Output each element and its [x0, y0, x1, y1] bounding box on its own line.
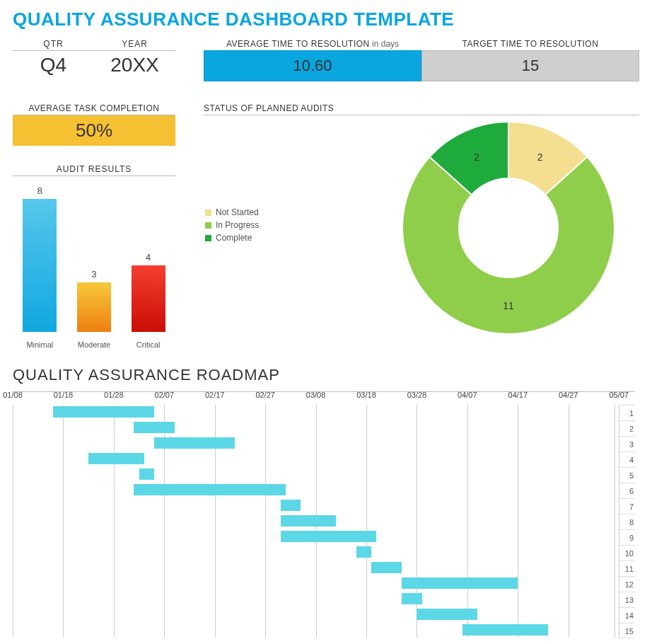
gantt-bar: [134, 422, 174, 433]
legend-not-started: Not Started: [205, 207, 259, 217]
avg-resolution-label: AVERAGE TIME TO RESOLUTION: [226, 39, 370, 49]
left-column: AVERAGE TASK COMPLETION 50% AUDIT RESULT…: [13, 102, 175, 349]
roadmap-title: QUALITY ASSURANCE ROADMAP: [13, 366, 639, 384]
gantt-ylabel: 2: [618, 420, 635, 436]
bar-value-minimal: 8: [37, 185, 42, 196]
status-planned-audits-label: STATUS OF PLANNED AUDITS: [204, 102, 639, 115]
gantt-row: [13, 483, 614, 498]
gantt-chart: 01/0801/1801/2802/0702/1702/2703/0803/18…: [13, 391, 635, 638]
legend-label-in-progress: In Progress: [216, 220, 259, 230]
gantt-ylabel: 13: [618, 592, 635, 607]
gantt-xlabel: 02/17: [205, 391, 225, 399]
donut-chart-wrap: Not Started In Progress Complete 2112: [204, 115, 639, 342]
donut-value-not-started: 2: [537, 151, 543, 163]
right-column: STATUS OF PLANNED AUDITS Not Started In …: [204, 102, 639, 349]
gantt-bar: [281, 500, 301, 511]
gantt-ylabel: 6: [618, 483, 635, 498]
bar-rect-minimal: [23, 199, 57, 332]
gantt-row: [13, 452, 614, 467]
year-value: 20XX: [94, 51, 175, 85]
bar-moderate: 3: [74, 269, 114, 333]
gantt-ylabel: 3: [618, 436, 635, 452]
legend-label-not-started: Not Started: [216, 207, 259, 217]
gantt-bar: [53, 406, 154, 418]
page-title: QUALITY ASSURANCE DASHBOARD TEMPLATE: [13, 8, 639, 30]
avg-resolution-header: AVERAGE TIME TO RESOLUTION in days: [204, 38, 421, 50]
legend-swatch-not-started: [205, 209, 211, 216]
qtr-year-block: QTR YEAR Q4 20XX: [13, 38, 175, 85]
gantt-ylabel: 9: [618, 529, 635, 545]
legend-swatch-in-progress: [205, 222, 211, 229]
gantt-ylabel: 10: [618, 545, 635, 560]
resolution-metrics: AVERAGE TIME TO RESOLUTION in days TARGE…: [204, 38, 639, 85]
bar-rect-critical: [132, 265, 165, 332]
donut-chart: 2112: [399, 118, 618, 338]
audit-results-chart: 834 MinimalModerateCritical: [13, 186, 175, 349]
gantt-bar: [371, 562, 402, 573]
gantt-bar: [356, 546, 371, 558]
avg-task-completion-label: AVERAGE TASK COMPLETION: [13, 102, 175, 115]
gantt-ylabel: 15: [618, 623, 635, 638]
legend-complete: Complete: [205, 233, 259, 243]
gantt-row: [13, 420, 614, 436]
bar-minimal: 8: [20, 185, 59, 332]
gantt-bar: [281, 531, 377, 542]
year-header: YEAR: [94, 38, 175, 50]
gantt-xlabel: 01/08: [3, 391, 23, 399]
audit-results-label: AUDIT RESULTS: [13, 163, 175, 176]
qtr-header: QTR: [13, 38, 94, 50]
gantt-row: [13, 529, 614, 545]
gantt-ylabel: 7: [618, 498, 635, 514]
gantt-bar: [134, 484, 285, 495]
gantt-bar: [139, 468, 154, 480]
avg-resolution-suffix: in days: [370, 39, 399, 49]
gantt-row: [13, 467, 614, 483]
gantt-ylabel: 12: [618, 576, 635, 592]
gantt-row: [13, 514, 614, 529]
avg-task-completion-value: 50%: [13, 115, 175, 146]
bar-category-minimal: Minimal: [13, 340, 66, 349]
bar-value-critical: 4: [146, 252, 151, 263]
gantt-row: [13, 576, 614, 592]
donut-legend: Not Started In Progress Complete: [205, 207, 259, 246]
gantt-row: [13, 607, 614, 623]
gantt-xlabel: 05/07: [609, 391, 629, 399]
legend-in-progress: In Progress: [205, 220, 259, 230]
gantt-bar: [281, 515, 337, 527]
gantt-bar: [402, 577, 518, 589]
avg-resolution-value: 10.60: [204, 50, 421, 81]
row-2: AVERAGE TASK COMPLETION 50% AUDIT RESULT…: [13, 102, 639, 349]
gantt-bar: [462, 624, 548, 636]
top-row: QTR YEAR Q4 20XX AVERAGE TIME TO RESOLUT…: [13, 38, 639, 85]
gantt-xlabel: 03/28: [407, 391, 427, 399]
gantt-bar: [154, 437, 235, 449]
gantt-xlabel: 02/07: [155, 391, 175, 399]
bar-category-critical: Critical: [122, 340, 175, 349]
bar-value-moderate: 3: [91, 269, 96, 280]
bar-critical: 4: [129, 252, 168, 332]
target-resolution-header: TARGET TIME TO RESOLUTION: [421, 38, 639, 50]
gantt-xlabel: 04/17: [508, 391, 528, 399]
gantt-row: [13, 592, 614, 607]
gantt-row: [13, 405, 614, 420]
gantt-row: [13, 623, 614, 638]
gantt-bar: [88, 453, 144, 464]
gantt-xlabel: 04/07: [458, 391, 477, 399]
target-resolution-value: 15: [421, 50, 639, 81]
bar-category-moderate: Moderate: [68, 340, 120, 349]
gantt-row: [13, 436, 614, 452]
legend-label-complete: Complete: [216, 233, 252, 243]
gantt-ylabel: 1: [618, 405, 635, 420]
gantt-ylabel: 11: [618, 560, 635, 576]
gantt-ylabel: 14: [618, 607, 635, 623]
bar-rect-moderate: [77, 282, 111, 333]
gantt-xlabel: 04/27: [559, 391, 578, 399]
donut-value-in-progress: 11: [503, 300, 514, 311]
donut-value-complete: 2: [474, 151, 479, 163]
gantt-ylabel: 8: [618, 514, 635, 529]
gantt-xlabel: 03/08: [306, 391, 326, 399]
gantt-bar: [402, 593, 422, 604]
gantt-ylabel: 5: [618, 467, 635, 483]
gantt-xlabel: 02/27: [255, 391, 275, 399]
gantt-row: [13, 545, 614, 560]
